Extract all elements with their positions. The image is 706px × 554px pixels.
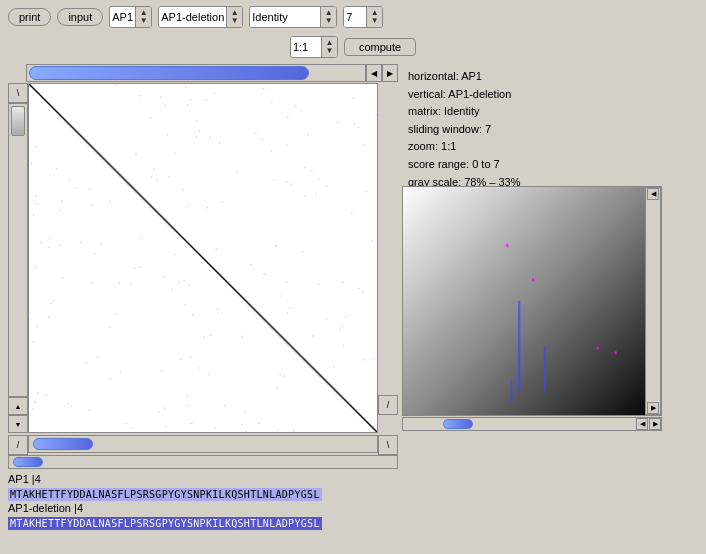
seq1-seq-display: MTAKHETTFYDDALNASFLPSRSGPYGYSNPKILKQSHTL…: [8, 488, 698, 500]
minimap-scroll-down-btn[interactable]: ▶: [647, 402, 659, 414]
left-panel: ◀ ▶ \ ▲ ▼ /: [8, 64, 398, 469]
seq2-arrows[interactable]: ▲ ▼: [226, 7, 242, 27]
matrix-select[interactable]: Identity: [250, 7, 320, 27]
seq2-select-wrapper[interactable]: AP1-deletion ▲ ▼: [158, 6, 243, 28]
seq2-seq-display: MTAKHETTFYDDALNASFLPSRSGPYGYSNPKILKQSHTL…: [8, 517, 698, 529]
vscroll-thumb: [11, 106, 25, 136]
hscroll-top[interactable]: [26, 64, 366, 82]
corner-bottom-left[interactable]: /: [8, 435, 28, 455]
matrix-arrows[interactable]: ▲ ▼: [320, 7, 336, 27]
dotplot-canvas: [29, 84, 377, 432]
zoom-select-wrapper[interactable]: 1:1 ▲ ▼: [290, 36, 338, 58]
window-select[interactable]: 7: [344, 7, 366, 27]
seq-area: AP1 |4 MTAKHETTFYDDALNASFLPSRSGPYGYSNPKI…: [0, 469, 706, 533]
zoom-select[interactable]: 1:1: [291, 37, 321, 57]
global-scroll-thumb: [13, 457, 43, 467]
print-button[interactable]: print: [8, 8, 51, 26]
info-matrix: matrix: Identity: [408, 103, 656, 121]
minimap-hscroll-left-btn[interactable]: ◀: [636, 418, 648, 430]
info-horizontal: horizontal: AP1: [408, 68, 656, 86]
seq2-text: MTAKHETTFYDDALNASFLPSRSGPYGYSNPKILKQSHTL…: [8, 517, 322, 530]
corner-topleft[interactable]: \: [8, 83, 28, 103]
compute-button[interactable]: compute: [344, 38, 416, 56]
minimap-hscroll-right-btn[interactable]: ▶: [649, 418, 661, 430]
seq2-select[interactable]: AP1-deletion: [159, 7, 226, 27]
vscroll-down-btn[interactable]: ▼: [8, 415, 28, 433]
info-score-range: score range: 0 to 7: [408, 156, 656, 174]
hscroll-bottom[interactable]: [28, 435, 378, 453]
window-arrows[interactable]: ▲ ▼: [366, 7, 382, 27]
corner-bottom-right[interactable]: \: [378, 435, 398, 455]
minimap-vscroll[interactable]: ◀ ▶: [645, 187, 661, 415]
zoom-arrows[interactable]: ▲ ▼: [321, 37, 337, 57]
minimap-hscroll-thumb: [443, 419, 473, 429]
seq1-select-wrapper[interactable]: AP1 ▲ ▼: [109, 6, 152, 28]
minimap-area: ◀ ▶: [402, 186, 662, 416]
main-area: ◀ ▶ \ ▲ ▼ /: [0, 64, 706, 469]
toolbar-row2: 1:1 ▲ ▼ compute: [0, 34, 706, 64]
seq2-row: AP1-deletion |4: [8, 502, 698, 515]
seq1-select[interactable]: AP1: [110, 7, 135, 27]
dotplot-container: \ ▲ ▼ /: [8, 83, 398, 433]
info-vertical: vertical: AP1-deletion: [408, 86, 656, 104]
minimap-canvas-container: ◀ ▶: [402, 186, 662, 416]
bottom-scroll-row: / \: [8, 435, 398, 453]
hscroll-bottom-thumb: [33, 438, 93, 450]
hscroll-top-left-btn[interactable]: ◀: [366, 64, 382, 82]
info-zoom: zoom: 1:1: [408, 138, 656, 156]
hscroll-top-thumb: [29, 66, 309, 80]
hscroll-top-right-btn[interactable]: ▶: [382, 64, 398, 82]
window-select-wrapper[interactable]: 7 ▲ ▼: [343, 6, 383, 28]
minimap-hscroll[interactable]: ◀ ▶: [402, 417, 662, 431]
matrix-select-wrapper[interactable]: Identity ▲ ▼: [249, 6, 337, 28]
corner-right[interactable]: /: [378, 395, 398, 415]
global-bottom-scroll[interactable]: [8, 455, 398, 469]
vscroll-left[interactable]: [8, 103, 28, 397]
seq1-arrows[interactable]: ▲ ▼: [135, 7, 151, 27]
seq1-label: AP1 |4: [8, 473, 41, 485]
vscroll-up-btn[interactable]: ▲: [8, 397, 28, 415]
seq2-label: AP1-deletion |4: [8, 502, 83, 514]
info-box: horizontal: AP1 vertical: AP1-deletion m…: [402, 64, 662, 184]
toolbar-row1: print input AP1 ▲ ▼ AP1-deletion ▲ ▼ Ide…: [0, 0, 706, 34]
right-panel: horizontal: AP1 vertical: AP1-deletion m…: [402, 64, 662, 469]
input-button[interactable]: input: [57, 8, 103, 26]
seq1-row: AP1 |4: [8, 473, 698, 486]
dotplot-canvas-wrapper: [28, 83, 378, 433]
minimap-canvas: [403, 187, 661, 415]
minimap-scroll-up-btn[interactable]: ◀: [647, 188, 659, 200]
info-sliding-window: sliding window: 7: [408, 121, 656, 139]
seq1-text: MTAKHETTFYDDALNASFLPSRSGPYGYSNPKILKQSHTL…: [8, 488, 322, 501]
